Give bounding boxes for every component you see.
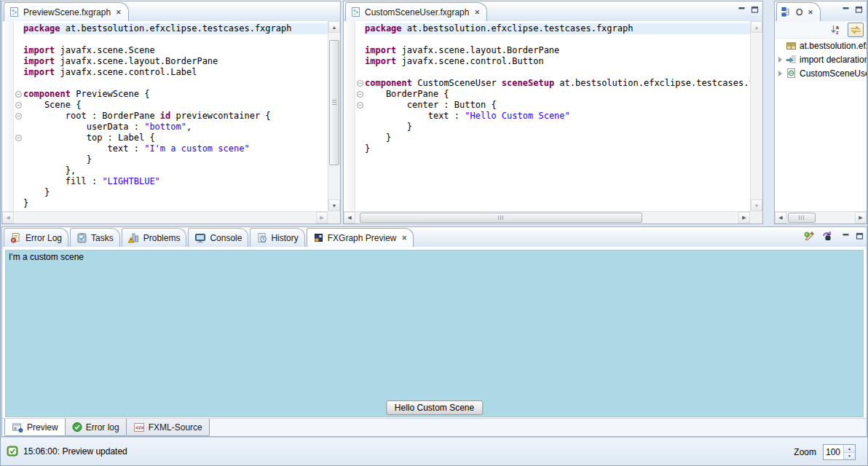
view-tab-history[interactable]: History bbox=[250, 228, 304, 247]
fold-collapse-icon[interactable]: − bbox=[357, 91, 363, 98]
scroll-right-icon[interactable]: ▶ bbox=[738, 212, 750, 224]
sort-icon[interactable]: az bbox=[829, 23, 845, 37]
tab-customsceneuser-fxgraph[interactable]: CustomSceneUser.fxgraph ✕ bbox=[345, 2, 487, 21]
scene-label: I'm a custom scene bbox=[9, 252, 84, 262]
spinner-down-icon[interactable]: ▼ bbox=[844, 453, 855, 460]
fold-collapse-icon[interactable]: − bbox=[357, 80, 363, 87]
view-tab-tasks[interactable]: Tasks bbox=[70, 228, 120, 247]
maximize-icon[interactable] bbox=[856, 232, 864, 240]
code-line: } bbox=[23, 154, 328, 165]
vertical-scrollbar[interactable]: ▲ ▼ bbox=[328, 21, 340, 211]
minimize-icon[interactable] bbox=[842, 6, 850, 13]
status-message: 15:06:00: Preview updated bbox=[23, 446, 127, 457]
code-token: import bbox=[365, 56, 396, 66]
code-token: } bbox=[23, 187, 50, 197]
fold-collapse-icon[interactable]: − bbox=[15, 91, 22, 98]
code-token: top : Label { bbox=[23, 133, 155, 143]
scroll-right-icon[interactable]: ▶ bbox=[855, 212, 867, 224]
scroll-left-icon[interactable]: ◀ bbox=[344, 212, 355, 224]
tab-previewscene-fxgraph[interactable]: PreviewScene.fxgraph ✕ bbox=[4, 2, 129, 21]
inner-tab-preview[interactable]: Preview bbox=[4, 419, 66, 436]
fold-row bbox=[14, 56, 23, 67]
view-tab-fxgraph-preview[interactable]: FXGraph Preview✕ bbox=[307, 228, 414, 247]
fold-row bbox=[14, 187, 23, 198]
fold-collapse-icon[interactable]: − bbox=[357, 102, 363, 108]
horizontal-scrollbar[interactable]: ◀ ▶ bbox=[344, 211, 750, 224]
scroll-down-icon[interactable]: ▼ bbox=[328, 200, 340, 211]
minimize-icon[interactable] bbox=[738, 6, 746, 13]
fold-collapse-icon[interactable]: − bbox=[15, 102, 22, 108]
code-area[interactable]: package at.bestsolution.efxclipse.testca… bbox=[23, 21, 328, 211]
outline-item-at-bestsolution-efxclipse-test[interactable]: at.bestsolution.efxclipse.testcases.fxgr… bbox=[775, 39, 867, 52]
hello-custom-scene-button[interactable]: Hello Custom Scene bbox=[386, 400, 483, 415]
link-with-editor-icon[interactable] bbox=[848, 23, 864, 37]
scroll-up-icon[interactable]: ▲ bbox=[328, 21, 340, 33]
check-green-icon bbox=[7, 446, 18, 457]
maximize-icon[interactable] bbox=[855, 6, 863, 13]
annotation-ruler bbox=[344, 21, 355, 211]
maximize-icon[interactable] bbox=[751, 6, 759, 13]
tab-label: Error Log bbox=[25, 233, 62, 243]
scroll-left-icon[interactable]: ◀ bbox=[775, 212, 786, 224]
code-line: package at.bestsolution.efxclipse.testca… bbox=[23, 23, 328, 34]
view-tab-console[interactable]: Console bbox=[188, 228, 248, 247]
code-token: id bbox=[160, 111, 170, 121]
inner-tab-fxml-source[interactable]: </>FXML-Source bbox=[126, 419, 210, 436]
scrollbar-thumb[interactable] bbox=[788, 213, 816, 223]
inner-tab-error-log[interactable]: Error log bbox=[65, 419, 127, 436]
close-icon[interactable]: ✕ bbox=[116, 9, 122, 16]
expand-arrow-icon[interactable] bbox=[778, 57, 782, 63]
outline-tab-bar: O ✕ bbox=[775, 1, 867, 22]
tab-outline[interactable]: O ✕ bbox=[776, 2, 821, 21]
editor1-body[interactable]: −−−− package at.bestsolution.efxclipse.t… bbox=[2, 21, 340, 224]
fold-row bbox=[355, 67, 365, 78]
scrollbar-thumb[interactable] bbox=[329, 40, 339, 165]
code-line: } bbox=[365, 133, 750, 143]
scroll-down-icon[interactable]: ▼ bbox=[751, 200, 762, 211]
editor-pane-customsceneuser: CustomSceneUser.fxgraph ✕ −−− package at… bbox=[343, 1, 763, 224]
horizontal-scrollbar[interactable]: ◀ ▶ bbox=[2, 211, 328, 224]
shield-check-icon bbox=[72, 422, 82, 433]
code-line bbox=[365, 34, 750, 45]
fold-row bbox=[355, 133, 365, 143]
scrollbar-thumb[interactable] bbox=[360, 213, 642, 223]
close-icon[interactable]: ✕ bbox=[401, 234, 407, 242]
code-area[interactable]: package at.bestsolution.efxclipse.testca… bbox=[365, 21, 750, 211]
view-tab-error-log[interactable]: Error Log bbox=[4, 228, 68, 247]
paint-icon[interactable] bbox=[803, 230, 816, 242]
outline-item-customsceneuser[interactable]: CustomSceneUser bbox=[775, 66, 867, 80]
fold-row bbox=[14, 176, 23, 187]
view-tab-problems[interactable]: Problems bbox=[122, 228, 187, 247]
scroll-left-icon[interactable]: ◀ bbox=[2, 212, 14, 224]
fxml-source-icon: </> bbox=[133, 422, 145, 433]
minimize-icon[interactable] bbox=[842, 232, 850, 240]
outline-item-label: CustomSceneUser bbox=[800, 68, 867, 79]
fold-row: − bbox=[14, 100, 23, 111]
code-line: center : Button { bbox=[365, 100, 750, 111]
svg-text:</>: </> bbox=[135, 424, 144, 431]
fold-collapse-icon[interactable]: − bbox=[15, 113, 22, 119]
code-token: javafx.scene.control.Label bbox=[55, 67, 197, 77]
code-token: previewcontainer { bbox=[170, 111, 270, 121]
code-token: } bbox=[23, 154, 92, 165]
expand-arrow-icon[interactable] bbox=[778, 71, 782, 76]
code-line: import javafx.scene.control.Button bbox=[365, 56, 750, 67]
editor2-tab-bar: CustomSceneUser.fxgraph ✕ bbox=[344, 1, 762, 22]
tab-label: History bbox=[271, 233, 298, 243]
javafx-scene: I'm a custom scene Hello Custom Scene bbox=[5, 250, 864, 417]
fold-collapse-icon[interactable]: − bbox=[15, 135, 22, 141]
vertical-scrollbar[interactable]: ▲ ▼ bbox=[750, 21, 762, 211]
spinner-up-icon[interactable]: ▲ bbox=[844, 445, 855, 453]
sync-icon[interactable] bbox=[821, 230, 833, 242]
scroll-right-icon[interactable]: ▶ bbox=[316, 212, 328, 224]
close-icon[interactable]: ✕ bbox=[808, 9, 813, 16]
horizontal-scrollbar[interactable]: ◀ ▶ bbox=[775, 211, 867, 224]
zoom-label: Zoom bbox=[794, 447, 816, 457]
outline-item-import-declarations[interactable]: import declarations bbox=[775, 52, 867, 66]
editor2-body[interactable]: −−− package at.bestsolution.efxclipse.te… bbox=[344, 21, 762, 224]
zoom-spinner[interactable]: 100 ▲ ▼ bbox=[823, 444, 856, 460]
fold-row bbox=[14, 23, 23, 34]
zoom-value[interactable]: 100 bbox=[824, 445, 843, 459]
close-icon[interactable]: ✕ bbox=[474, 9, 480, 16]
scroll-up-icon[interactable]: ▲ bbox=[751, 21, 762, 33]
